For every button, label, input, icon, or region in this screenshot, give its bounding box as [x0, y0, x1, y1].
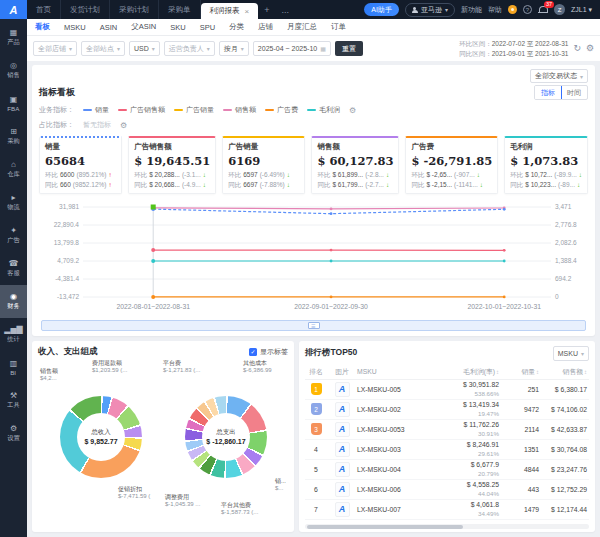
sidebar-item-工具[interactable]: ⚒工具 — [0, 384, 27, 417]
report-tab-分类[interactable]: 分类 — [229, 22, 244, 32]
metric-value: $ 1,073.83 — [510, 154, 582, 168]
ranking-type-select[interactable]: MSKU ▾ — [553, 346, 589, 361]
app-logo[interactable]: A — [0, 0, 27, 19]
sidebar-item-采购[interactable]: ⊞采购 — [0, 120, 27, 153]
tab-0[interactable]: 首页 — [27, 0, 61, 19]
sort-icon[interactable]: ↕ — [536, 369, 539, 375]
report-tab-SPU[interactable]: SPU — [200, 23, 215, 32]
sidebar-item-广告[interactable]: ✦广告 — [0, 219, 27, 252]
toggle-time[interactable]: 时间 — [561, 86, 587, 99]
refresh-icon[interactable]: ↻ — [573, 44, 581, 53]
product-image[interactable]: A — [335, 442, 350, 457]
filter-select-1[interactable]: 全部站点▾ — [81, 41, 125, 56]
sidebar-item-BI[interactable]: ▥BI — [0, 351, 27, 384]
legend-item-广告费[interactable]: 广告费 — [265, 105, 298, 115]
user-avatar[interactable]: Z — [554, 4, 565, 15]
sidebar-item-FBA[interactable]: ▣FBA — [0, 87, 27, 120]
table-row[interactable]: 6ALX-MSKU-006$ 4,558.2544.04%443$ 12,752… — [305, 480, 589, 500]
zoom-slider-handle[interactable] — [308, 322, 320, 329]
scrollbar-thumb[interactable] — [307, 525, 463, 529]
sidebar-item-仓库[interactable]: ⌂仓库 — [0, 153, 27, 186]
table-row[interactable]: 5ALX-MSKU-004$ 6,677.920.79%4844$ 23,247… — [305, 460, 589, 480]
reset-button[interactable]: 重置 — [335, 41, 363, 56]
sort-icon[interactable]: ↕ — [496, 369, 499, 375]
table-row[interactable]: 4ALX-MSKU-003$ 8,246.9129.61%1351$ 30,76… — [305, 440, 589, 460]
ranking-header-毛利润(率)[interactable]: 毛利润(率)↕ — [429, 367, 503, 377]
metric-card-销售额[interactable]: 销售额$ 60,127.83环比$ 61,899...(-2.8...↓同比$ … — [311, 136, 399, 194]
legend-item-广告销量[interactable]: 广告销量 — [174, 105, 214, 115]
metric-card-广告费[interactable]: 广告费$ -26,791.85环比$ -2,65...(-907...↓同比$ … — [405, 136, 498, 194]
product-image[interactable]: A — [335, 382, 350, 397]
report-tab-父ASIN[interactable]: 父ASIN — [131, 22, 156, 32]
expense-donut-chart[interactable]: 总支出$ -12,860.17平台费$-1,271.83 (...其他成本$-6… — [163, 360, 288, 518]
notification-bell-icon[interactable]: 37 — [538, 5, 548, 15]
show-labels-checkbox[interactable]: ✓ 显示标签 — [249, 347, 288, 357]
more-tabs-button[interactable]: ... — [275, 5, 295, 15]
product-image[interactable]: A — [335, 482, 350, 497]
filter-select-3[interactable]: 运营负责人▾ — [164, 41, 215, 56]
product-image[interactable]: A — [335, 402, 350, 417]
product-image[interactable]: A — [335, 462, 350, 477]
sidebar-item-统计[interactable]: ▂▅▇统计 — [0, 318, 27, 351]
filter-select-4[interactable]: 按月▾ — [219, 41, 249, 56]
income-donut-chart[interactable]: 总收入$ 9,852.77销售额$4,2...费用退款额$1,203.59 (.… — [38, 360, 163, 518]
table-row[interactable]: 1ALX-MSKU-005$ 30,951.82538.66%251$ 6,38… — [305, 380, 589, 400]
filter-select-2[interactable]: USD▾ — [129, 41, 160, 56]
platform-select[interactable]: 亚马逊 ▾ — [405, 3, 455, 17]
filter-select-0[interactable]: 全部店铺▾ — [33, 41, 77, 56]
transaction-status-select[interactable]: 全部交易状态 ▾ — [530, 69, 588, 83]
ai-assistant-button[interactable]: AI助手 — [364, 3, 399, 16]
line-chart-svg[interactable]: 31,9813,47122,890.42,776.813,799.82,082.… — [39, 199, 595, 315]
ranking-header-销售额[interactable]: 销售额↕ — [541, 367, 589, 377]
settings-icon[interactable]: ⚙ — [586, 44, 594, 53]
report-tab-看板[interactable]: 看板 — [35, 22, 50, 32]
report-tab-ASIN[interactable]: ASIN — [100, 23, 118, 32]
report-tab-店铺[interactable]: 店铺 — [258, 22, 273, 32]
table-row[interactable]: 3ALX-MSKU-0053$ 11,762.2630.91%2114$ 42,… — [305, 420, 589, 440]
product-image[interactable]: A — [335, 422, 350, 437]
new-features-link[interactable]: 新功能 — [461, 5, 482, 15]
user-menu[interactable]: ZJL1 ▾ — [571, 6, 592, 14]
tab-3[interactable]: 采购单 — [159, 0, 201, 19]
close-tab-icon[interactable]: × — [245, 7, 250, 16]
support-icon[interactable]: ? — [523, 5, 532, 14]
tab-1[interactable]: 发货计划 — [61, 0, 110, 19]
help-link[interactable]: 帮助 — [488, 5, 502, 15]
income-donut[interactable]: 总收入$ 9,852.77 — [60, 396, 142, 478]
report-tab-MSKU[interactable]: MSKU — [64, 23, 86, 32]
date-range-picker[interactable]: 2025-04 ~ 2025-10 ▦ — [253, 41, 331, 56]
tab-profit-report[interactable]: 利润报表 × — [201, 3, 259, 19]
table-horizontal-scrollbar[interactable] — [305, 524, 589, 529]
sidebar-item-销售[interactable]: ◎销售 — [0, 54, 27, 87]
sidebar-item-财务[interactable]: ◉财务 — [0, 285, 27, 318]
ratio-config-gear-icon[interactable]: ⚙ — [120, 121, 127, 130]
metric-card-广告销量[interactable]: 广告销量6169环比6597(-6.49%)↓同比6697(-7.88%)↓ — [222, 136, 305, 194]
mom-range-label: 环比区间： — [459, 40, 492, 47]
legend-config-gear-icon[interactable]: ⚙ — [349, 106, 356, 115]
tab-2[interactable]: 采购计划 — [110, 0, 159, 19]
sort-icon[interactable]: ↕ — [584, 369, 587, 375]
report-tab-月度汇总[interactable]: 月度汇总 — [287, 22, 317, 32]
toggle-metric[interactable]: 指标 — [534, 85, 562, 100]
sidebar-item-客服[interactable]: ☎客服 — [0, 252, 27, 285]
metric-card-毛利润[interactable]: 毛利润$ 1,073.83环比$ 10,72...(-89.9...↓同比$ 1… — [504, 136, 588, 194]
metric-card-销量[interactable]: 销量65684环比6600(895.21%)↑同比660(9852.12%)↑ — [39, 136, 122, 194]
ranking-header-销量[interactable]: 销量↕ — [503, 367, 541, 377]
legend-item-广告销售额[interactable]: 广告销售额 — [118, 105, 165, 115]
table-row[interactable]: 2ALX-MSKU-002$ 13,419.3419.47%9472$ 74,1… — [305, 400, 589, 420]
new-tab-button[interactable]: + — [258, 5, 275, 15]
product-image[interactable]: A — [335, 502, 350, 517]
sidebar-item-物流[interactable]: ▸物流 — [0, 186, 27, 219]
report-tab-订单[interactable]: 订单 — [331, 22, 346, 32]
report-tab-SKU[interactable]: SKU — [170, 23, 185, 32]
legend-item-销售额[interactable]: 销售额 — [223, 105, 256, 115]
sidebar-item-设置[interactable]: ⚙设置 — [0, 417, 27, 450]
metric-card-广告销售额[interactable]: 广告销售额$ 19,645.51环比$ 20,288...(-3.1...↓同比… — [128, 136, 216, 194]
promo-bell-icon[interactable] — [508, 5, 517, 14]
chart-zoom-slider[interactable] — [41, 320, 586, 331]
legend-item-毛利润[interactable]: 毛利润 — [307, 105, 340, 115]
sidebar-item-产品[interactable]: ▦产品 — [0, 21, 27, 54]
table-row[interactable]: 7ALX-MSKU-007$ 4,061.834.49%1479$ 12,174… — [305, 500, 589, 520]
legend-item-销量[interactable]: 销量 — [83, 105, 109, 115]
expense-donut[interactable]: 总支出$ -12,860.17 — [185, 396, 267, 478]
